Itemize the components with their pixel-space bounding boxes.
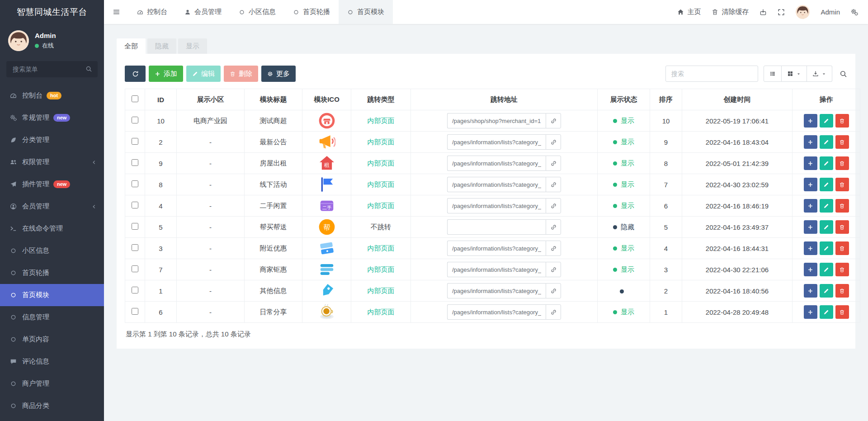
row-add-button[interactable] xyxy=(804,220,817,234)
sidebar-item-1[interactable]: 控制台 hot xyxy=(0,85,104,107)
jump-url-input[interactable] xyxy=(447,219,546,235)
row-delete-button[interactable] xyxy=(835,156,849,170)
select-all-checkbox[interactable] xyxy=(132,95,138,102)
export-button[interactable] xyxy=(807,66,832,82)
fullscreen-button[interactable] xyxy=(778,9,785,16)
topnav-tab-4[interactable]: 首页轮播 xyxy=(284,0,339,24)
sidebar-item-2[interactable]: 常规管理 new xyxy=(0,107,104,129)
row-edit-button[interactable] xyxy=(820,241,833,255)
jump-url-input[interactable] xyxy=(447,134,546,150)
clear-cache-link[interactable]: 清除缓存 xyxy=(712,8,749,16)
jump-url-input[interactable] xyxy=(447,198,546,213)
open-link-button[interactable] xyxy=(546,134,561,150)
user-menu[interactable]: Admin xyxy=(821,8,840,16)
sidebar-item-12[interactable]: 单页内容 xyxy=(0,328,104,350)
filter-tab-2[interactable]: 隐藏 xyxy=(147,38,176,54)
filter-tab-3[interactable]: 显示 xyxy=(178,38,207,54)
open-link-button[interactable] xyxy=(546,219,561,235)
sidebar-item-6[interactable]: 会员管理 xyxy=(0,195,104,218)
advanced-search-button[interactable] xyxy=(840,70,847,78)
table-search-input[interactable] xyxy=(665,66,758,82)
topnav-tab-2[interactable]: 会员管理 xyxy=(176,0,230,24)
row-delete-button[interactable] xyxy=(835,220,849,234)
topnav-tab-5[interactable]: 首页模块 xyxy=(339,0,393,24)
jump-url-input[interactable] xyxy=(447,283,546,298)
row-edit-button[interactable] xyxy=(820,156,833,170)
row-delete-button[interactable] xyxy=(835,199,849,213)
menu-toggle-button[interactable] xyxy=(104,0,128,24)
row-add-button[interactable] xyxy=(804,114,817,128)
sidebar-item-5[interactable]: 插件管理 new xyxy=(0,173,104,195)
sidebar-item-10[interactable]: 首页模块 xyxy=(0,284,104,306)
sidebar-item-15[interactable]: 商品分类 xyxy=(0,395,104,417)
row-edit-button[interactable] xyxy=(820,305,833,319)
jump-url-input[interactable] xyxy=(447,177,546,192)
jump-url-input[interactable] xyxy=(447,156,546,171)
refresh-button[interactable] xyxy=(125,66,146,82)
sidebar-item-9[interactable]: 首页轮播 xyxy=(0,262,104,284)
add-button[interactable]: 添加 xyxy=(149,66,183,82)
sidebar-item-13[interactable]: 评论信息 xyxy=(0,350,104,373)
sidebar-item-14[interactable]: 商户管理 xyxy=(0,373,104,395)
sidebar-item-3[interactable]: 分类管理 xyxy=(0,129,104,151)
open-link-button[interactable] xyxy=(546,156,561,171)
open-link-button[interactable] xyxy=(546,283,561,298)
topnav-tab-1[interactable]: 控制台 xyxy=(128,0,176,24)
row-add-button[interactable] xyxy=(804,178,817,191)
row-checkbox[interactable] xyxy=(132,202,138,208)
sidebar-item-8[interactable]: 小区信息 xyxy=(0,240,104,262)
row-checkbox[interactable] xyxy=(132,287,138,293)
row-delete-button[interactable] xyxy=(835,178,849,191)
jump-url-input[interactable] xyxy=(447,241,546,256)
row-checkbox[interactable] xyxy=(132,244,138,251)
row-add-button[interactable] xyxy=(804,199,817,213)
row-checkbox[interactable] xyxy=(132,159,138,166)
topnav-tab-3[interactable]: 小区信息 xyxy=(230,0,284,24)
row-edit-button[interactable] xyxy=(820,178,833,191)
sidebar-item-7[interactable]: 在线命令管理 xyxy=(0,218,104,240)
row-delete-button[interactable] xyxy=(835,135,849,149)
settings-gear-icon[interactable] xyxy=(851,9,858,16)
row-delete-button[interactable] xyxy=(835,305,849,319)
columns-button[interactable] xyxy=(782,66,807,82)
row-add-button[interactable] xyxy=(804,241,817,255)
sidebar-item-4[interactable]: 权限管理 xyxy=(0,151,104,173)
row-checkbox[interactable] xyxy=(132,138,138,145)
open-link-button[interactable] xyxy=(546,304,561,320)
open-link-button[interactable] xyxy=(546,241,561,256)
jump-url-input[interactable] xyxy=(447,113,546,128)
row-checkbox[interactable] xyxy=(132,180,138,187)
row-add-button[interactable] xyxy=(804,263,817,276)
row-add-button[interactable] xyxy=(804,135,817,149)
row-edit-button[interactable] xyxy=(820,114,833,128)
open-link-button[interactable] xyxy=(546,113,561,128)
row-checkbox[interactable] xyxy=(132,117,138,123)
row-delete-button[interactable] xyxy=(835,284,849,298)
home-link[interactable]: 主页 xyxy=(677,8,701,16)
row-add-button[interactable] xyxy=(804,156,817,170)
row-edit-button[interactable] xyxy=(820,263,833,276)
check-update-button[interactable] xyxy=(760,9,767,16)
toggle-view-button[interactable] xyxy=(764,66,782,82)
menu-search-input[interactable] xyxy=(6,61,98,77)
row-add-button[interactable] xyxy=(804,305,817,319)
row-edit-button[interactable] xyxy=(820,284,833,298)
sidebar-item-11[interactable]: 信息管理 xyxy=(0,306,104,328)
jump-url-input[interactable] xyxy=(447,262,546,277)
delete-button[interactable]: 删除 xyxy=(224,66,258,82)
row-edit-button[interactable] xyxy=(820,135,833,149)
row-delete-button[interactable] xyxy=(835,263,849,276)
user-avatar[interactable] xyxy=(796,5,810,19)
row-delete-button[interactable] xyxy=(835,241,849,255)
filter-tab-1[interactable]: 全部 xyxy=(117,38,146,54)
row-delete-button[interactable] xyxy=(835,114,849,128)
row-add-button[interactable] xyxy=(804,284,817,298)
open-link-button[interactable] xyxy=(546,262,561,277)
row-edit-button[interactable] xyxy=(820,199,833,213)
open-link-button[interactable] xyxy=(546,198,561,213)
row-checkbox[interactable] xyxy=(132,308,138,315)
row-checkbox[interactable] xyxy=(132,265,138,272)
row-edit-button[interactable] xyxy=(820,220,833,234)
open-link-button[interactable] xyxy=(546,177,561,192)
edit-button[interactable]: 编辑 xyxy=(186,66,221,82)
